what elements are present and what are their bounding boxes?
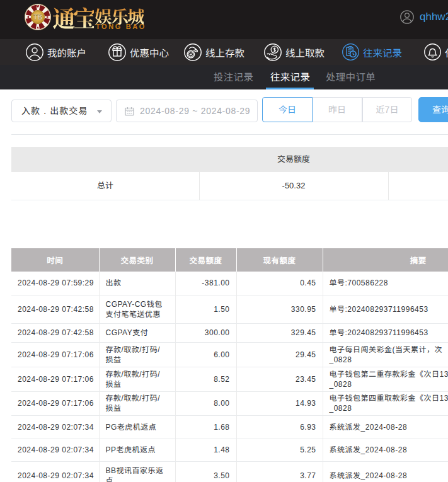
svg-text:TB: TB [33,13,42,21]
